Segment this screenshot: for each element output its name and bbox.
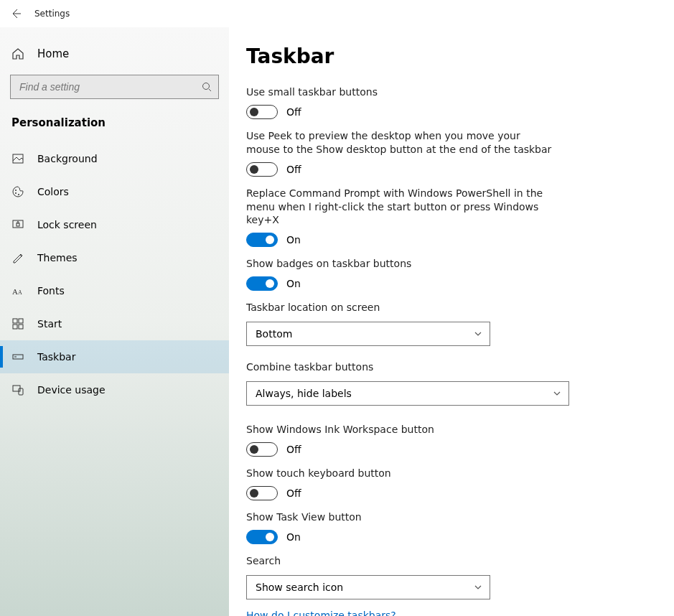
- sidebar-item-label: Fonts: [37, 285, 65, 297]
- sidebar-nav: Background Colors Lock screen Themes: [0, 142, 229, 406]
- setting-label: Show Windows Ink Workspace button: [246, 423, 555, 437]
- chevron-down-icon: [474, 583, 482, 592]
- setting-badges: Show badges on taskbar buttons On: [246, 257, 645, 291]
- toggle-state: On: [286, 531, 301, 543]
- sidebar-item-label: Device usage: [37, 384, 106, 396]
- toggle-peek[interactable]: [246, 162, 278, 177]
- sidebar-item-device-usage[interactable]: Device usage: [0, 373, 229, 406]
- select-value: Always, hide labels: [256, 388, 352, 399]
- fonts-icon: AA: [11, 284, 24, 297]
- home-label: Home: [37, 47, 69, 60]
- sidebar-item-label: Start: [37, 318, 62, 330]
- search-icon: [202, 82, 212, 92]
- category-heading: Personalization: [0, 112, 229, 142]
- device-usage-icon: [11, 383, 24, 396]
- back-arrow-icon: [10, 8, 22, 19]
- setting-small-taskbar-buttons: Use small taskbar buttons Off: [246, 85, 645, 119]
- sidebar-item-start[interactable]: Start: [0, 307, 229, 340]
- select-combine-buttons[interactable]: Always, hide labels: [246, 381, 569, 406]
- svg-text:A: A: [12, 287, 18, 296]
- lock-screen-icon: [11, 218, 24, 231]
- toggle-ink-workspace[interactable]: [246, 442, 278, 457]
- svg-rect-7: [17, 223, 19, 226]
- toggle-state: Off: [286, 164, 301, 175]
- sidebar-item-colors[interactable]: Colors: [0, 175, 229, 208]
- sidebar-item-fonts[interactable]: AA Fonts: [0, 274, 229, 307]
- sidebar-item-label: Colors: [37, 186, 69, 197]
- toggle-state: Off: [286, 487, 301, 499]
- sidebar: Home Personalization Background Colors: [0, 27, 229, 616]
- setting-label: Replace Command Prompt with Windows Powe…: [246, 187, 555, 228]
- svg-rect-10: [13, 319, 17, 323]
- svg-point-0: [203, 83, 210, 90]
- select-search[interactable]: Show search icon: [246, 575, 490, 599]
- themes-icon: [11, 251, 24, 264]
- toggle-task-view[interactable]: [246, 530, 278, 544]
- svg-line-1: [209, 89, 211, 91]
- svg-point-3: [15, 190, 17, 191]
- setting-label: Use Peek to preview the desktop when you…: [246, 129, 555, 157]
- toggle-badges[interactable]: [246, 276, 278, 291]
- toggle-touch-keyboard[interactable]: [246, 486, 278, 500]
- svg-rect-12: [13, 325, 17, 329]
- setting-label: Combine taskbar buttons: [246, 360, 555, 374]
- toggle-small-taskbar-buttons[interactable]: [246, 105, 278, 119]
- home-nav[interactable]: Home: [0, 40, 229, 67]
- background-icon: [11, 152, 24, 165]
- toggle-state: On: [286, 278, 301, 289]
- setting-ink-workspace: Show Windows Ink Workspace button Off: [246, 423, 645, 457]
- toggle-state: On: [286, 234, 301, 246]
- sidebar-item-label: Themes: [37, 252, 78, 263]
- start-icon: [11, 317, 24, 330]
- sidebar-item-label: Taskbar: [37, 351, 75, 363]
- svg-point-5: [18, 194, 19, 195]
- sidebar-item-lock-screen[interactable]: Lock screen: [0, 208, 229, 241]
- home-icon: [11, 47, 24, 60]
- svg-rect-11: [19, 319, 23, 323]
- chevron-down-icon: [474, 330, 482, 338]
- setting-label: Use small taskbar buttons: [246, 85, 555, 99]
- colors-icon: [11, 185, 24, 198]
- search-box: [10, 75, 219, 99]
- setting-label: Show badges on taskbar buttons: [246, 257, 555, 271]
- setting-label: Show touch keyboard button: [246, 467, 555, 480]
- setting-task-view: Show Task View button On: [246, 510, 645, 544]
- setting-powershell: Replace Command Prompt with Windows Powe…: [246, 187, 645, 248]
- setting-touch-keyboard: Show touch keyboard button Off: [246, 467, 645, 500]
- window-title: Settings: [34, 9, 70, 19]
- sidebar-item-taskbar[interactable]: Taskbar: [0, 340, 229, 373]
- select-value: Bottom: [256, 328, 292, 340]
- sidebar-item-background[interactable]: Background: [0, 142, 229, 175]
- titlebar: Settings: [0, 0, 674, 27]
- setting-label: Show Task View button: [246, 510, 555, 524]
- setting-label: Taskbar location on screen: [246, 301, 555, 314]
- sidebar-item-themes[interactable]: Themes: [0, 241, 229, 274]
- sidebar-item-label: Background: [37, 153, 98, 164]
- setting-label: Search: [246, 554, 555, 568]
- help-link[interactable]: How do I customize taskbars?: [246, 610, 645, 616]
- taskbar-icon: [11, 350, 24, 363]
- setting-combine-buttons: Combine taskbar buttons Always, hide lab…: [246, 360, 645, 406]
- toggle-state: Off: [286, 106, 301, 118]
- main-content: Taskbar Use small taskbar buttons Off Us…: [229, 27, 674, 616]
- toggle-powershell[interactable]: [246, 233, 278, 247]
- svg-rect-13: [19, 325, 23, 329]
- chevron-down-icon: [553, 389, 561, 398]
- search-input[interactable]: [10, 75, 219, 99]
- select-value: Show search icon: [256, 582, 343, 593]
- page-heading: Taskbar: [246, 45, 645, 68]
- setting-search: Search Show search icon: [246, 554, 645, 599]
- toggle-state: Off: [286, 444, 301, 455]
- svg-point-4: [15, 192, 17, 194]
- select-taskbar-location[interactable]: Bottom: [246, 322, 490, 346]
- setting-taskbar-location: Taskbar location on screen Bottom: [246, 301, 645, 346]
- back-button[interactable]: [10, 8, 22, 19]
- setting-peek: Use Peek to preview the desktop when you…: [246, 129, 645, 177]
- sidebar-item-label: Lock screen: [37, 219, 97, 230]
- svg-text:A: A: [18, 289, 22, 296]
